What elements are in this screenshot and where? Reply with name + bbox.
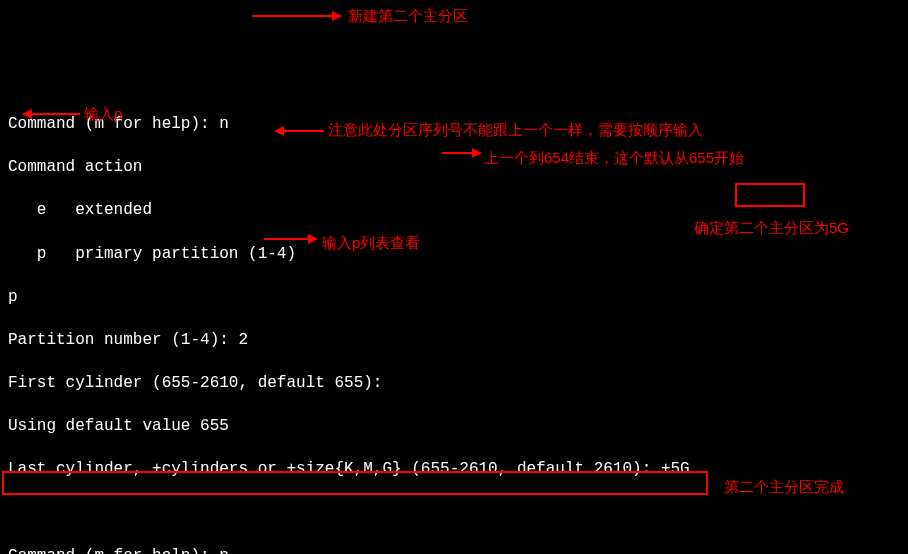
arrow-right-1-icon (252, 9, 342, 23)
annot-partnum-note: 注意此处分区序列号不能跟上一个一样，需要按顺序输入 (328, 120, 703, 140)
first-cyl-line: First cylinder (655-2610, default 655): (8, 373, 900, 395)
cmd1-input[interactable]: n (219, 115, 229, 133)
annot-new-second: 新建第二个主分区 (348, 6, 468, 26)
cmd2-line: Command (m for help): p (8, 546, 900, 554)
svg-marker-1 (332, 11, 342, 21)
svg-marker-9 (308, 234, 318, 244)
cmd2-prompt: Command (m for help): (8, 547, 219, 554)
using-default-line: Using default value 655 (8, 416, 900, 438)
annot-first-cyl-note: 上一个到654结束，这个默认从655开始 (484, 148, 744, 168)
partnum-line: Partition number (1-4): 2 (8, 330, 900, 352)
blank-1 (8, 503, 900, 525)
annot-second-done: 第二个主分区完成 (724, 477, 844, 497)
cmd-action-p: p primary partition (1-4) (8, 244, 900, 266)
cmd2-input[interactable]: p (219, 547, 229, 554)
annot-input-p: 输入p (84, 104, 122, 124)
p-input-line[interactable]: p (8, 287, 900, 309)
last-cyl-value[interactable]: +5G (661, 460, 690, 478)
last-cyl-prompt: Last cylinder, +cylinders or +size{K,M,G… (8, 460, 661, 478)
partnum-value[interactable]: 2 (238, 331, 248, 349)
annot-confirm-5g: 确定第二个主分区为5G (694, 218, 849, 238)
partnum-prompt: Partition number (1-4): (8, 331, 238, 349)
cmd-action-header: Command action (8, 157, 900, 179)
annot-input-p-list: 输入p列表查看 (322, 233, 420, 253)
